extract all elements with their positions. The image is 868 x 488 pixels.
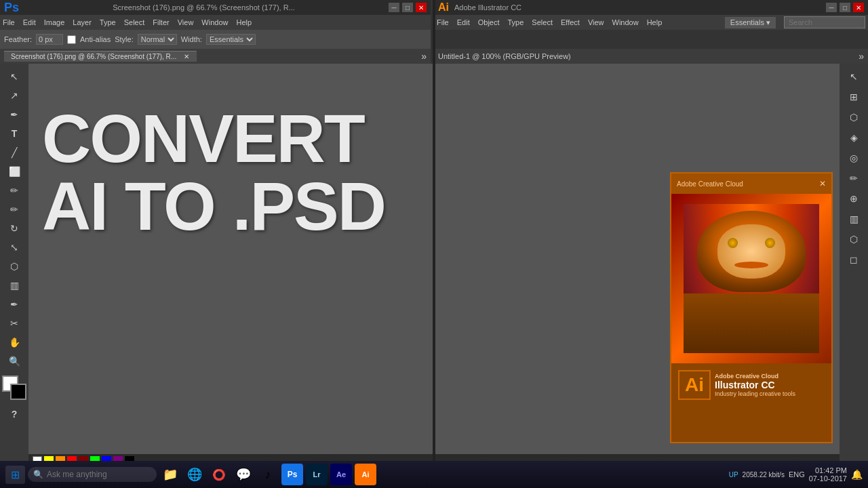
notification-icon[interactable]: 🔔 — [851, 469, 863, 480]
ai-background-color[interactable] — [10, 384, 26, 400]
ai-lion-artwork — [671, 194, 831, 363]
ai-tool-line[interactable]: ╱ — [4, 144, 24, 161]
lion-eye-left — [728, 238, 738, 248]
network-arrow-icon: UP — [729, 471, 738, 479]
taskbar-whatsapp[interactable]: 💬 — [233, 464, 254, 485]
width-label: Width: — [181, 35, 202, 43]
taskbar-system-tray: UP 2058.22 kbit/s ENG 01:42 PM 07-10-201… — [729, 466, 863, 483]
menu-edit[interactable]: Edit — [23, 18, 36, 26]
ai-splash-close[interactable]: ✕ — [819, 179, 826, 188]
taskbar-edge[interactable]: 🌐 — [184, 464, 205, 485]
ai-cloud-label: Adobe Creative Cloud — [715, 373, 795, 380]
ai-search-input[interactable] — [784, 16, 865, 28]
ai-right-pathfinder-icon[interactable]: ◈ — [844, 129, 864, 146]
ps-window-title: Screenshot (176).png @ 66.7% (Screenshot… — [19, 3, 389, 12]
lion-nose — [734, 262, 768, 268]
ai-window-controls[interactable]: ─ □ ✕ — [826, 3, 864, 12]
ai-menu-effect[interactable]: Effect — [561, 18, 580, 26]
maximize-button[interactable]: □ — [402, 3, 413, 12]
ai-menu-object[interactable]: Object — [478, 18, 500, 26]
ai-menu-type[interactable]: Type — [508, 18, 524, 26]
ai-right-transform-icon[interactable]: ⬡ — [844, 108, 864, 126]
ai-menu-help[interactable]: Help — [647, 18, 663, 26]
anti-alias-checkbox[interactable] — [67, 35, 76, 44]
ai-tool-eyedropper[interactable]: ✒ — [4, 296, 24, 313]
taskbar-ps-icon[interactable]: Ps — [281, 464, 303, 485]
ai-tool-zoom[interactable]: 🔍 — [4, 352, 24, 370]
ai-menu-select[interactable]: Select — [532, 18, 553, 26]
ai-minimize-button[interactable]: ─ — [826, 3, 837, 12]
ai-right-appearance-icon[interactable]: ◎ — [844, 149, 864, 167]
ai-menu-view[interactable]: View — [588, 18, 604, 26]
taskbar-search-input[interactable] — [28, 467, 157, 482]
ai-tool-slice[interactable]: ✂ — [4, 314, 24, 332]
ai-tool-pencil[interactable]: ✏ — [4, 201, 24, 218]
ai-tool-paintbrush[interactable]: ✏ — [4, 182, 24, 199]
ai-tool-rotate[interactable]: ↻ — [4, 220, 24, 237]
ai-left-toolbar: ↖ ↗ ✒ T ╱ ⬜ ✏ ✏ ↻ ⤡ ⬡ ▥ ✒ ✂ ✋ 🔍 ? — [0, 64, 28, 468]
ai-tool-pen[interactable]: ✒ — [4, 106, 24, 123]
ai-right-brush-icon[interactable]: ✏ — [844, 169, 864, 187]
language-indicator: ENG — [789, 470, 805, 479]
ai-tool-scale[interactable]: ⤡ — [4, 239, 24, 256]
panel-toggle-icon[interactable]: » — [421, 51, 427, 62]
menu-window[interactable]: Window — [201, 18, 228, 26]
ai-menu-bar: File Edit Object Type Select Effect View… — [434, 15, 868, 30]
ai-splash-card: Adobe Creative Cloud ✕ Ai Adobe Creative… — [670, 172, 833, 443]
menu-layer[interactable]: Layer — [73, 18, 92, 26]
style-select[interactable]: Normal — [138, 34, 177, 45]
ai-right-graphic-icon[interactable]: ▥ — [844, 210, 864, 228]
taskbar-file-explorer[interactable]: 📁 — [159, 464, 181, 485]
menu-select[interactable]: Select — [124, 18, 145, 26]
taskbar-ai-icon[interactable]: Ai — [355, 464, 376, 485]
menu-image[interactable]: Image — [44, 18, 65, 26]
ai-tool-hand[interactable]: ✋ — [4, 333, 24, 351]
ps-doc-tab-item[interactable]: Screenshot (176).png @ 66.7% (Screenshot… — [4, 51, 197, 62]
ai-maximize-button[interactable]: □ — [840, 3, 850, 12]
ai-close-button[interactable]: ✕ — [853, 3, 864, 12]
ps-title-bar: Ps Screenshot (176).png @ 66.7% (Screens… — [0, 0, 431, 15]
ai-panel-toggle[interactable]: » — [859, 51, 864, 62]
width-select[interactable]: Essentials — [206, 34, 256, 45]
feather-input[interactable] — [36, 34, 63, 45]
ai-splash-header: Adobe Creative Cloud ✕ — [671, 174, 831, 194]
close-button[interactable]: ✕ — [416, 3, 427, 12]
ai-question-mark[interactable]: ? — [4, 405, 24, 423]
taskbar-chrome[interactable]: ⭕ — [208, 464, 230, 485]
ai-essentials[interactable]: Essentials ▾ — [725, 17, 776, 28]
menu-view[interactable]: View — [178, 18, 194, 26]
ai-right-align-icon[interactable]: ⊞ — [844, 88, 864, 106]
taskbar-search-icon: 🔍 — [33, 470, 43, 479]
ai-tool-type[interactable]: T — [4, 125, 24, 142]
menu-file[interactable]: File — [3, 18, 15, 26]
taskbar-ae-icon[interactable]: Ae — [330, 464, 352, 485]
network-speed: 2058.22 kbit/s — [743, 471, 785, 479]
ai-right-stroke-icon[interactable]: ◻ — [844, 251, 864, 268]
ai-doc-tab-label: Untitled-1 @ 100% (RGB/GPU Preview) — [438, 52, 571, 60]
taskbar-music[interactable]: ♪ — [257, 464, 279, 485]
ps-menu-bar: File Edit Image Layer Type Select Filter… — [0, 15, 431, 30]
ai-menu-edit[interactable]: Edit — [457, 18, 470, 26]
ai-fg-bg-colors[interactable] — [2, 375, 26, 400]
windows-logo-icon: ⊞ — [11, 468, 20, 481]
menu-filter[interactable]: Filter — [153, 18, 169, 26]
taskbar-lr-icon[interactable]: Lr — [306, 464, 328, 485]
ai-tool-select[interactable]: ↖ — [4, 68, 24, 85]
ai-menu-window[interactable]: Window — [612, 18, 639, 26]
ai-right-select-icon[interactable]: ↖ — [844, 68, 864, 85]
ai-title-bar: Ai Adobe Illustrator CC ─ □ ✕ — [434, 0, 868, 15]
close-doc-icon[interactable]: ✕ — [184, 53, 189, 60]
start-button[interactable]: ⊞ — [5, 466, 25, 484]
ps-window-controls[interactable]: ─ □ ✕ — [389, 3, 427, 12]
minimize-button[interactable]: ─ — [389, 3, 399, 12]
feather-label: Feather: — [4, 35, 32, 43]
menu-help[interactable]: Help — [236, 18, 252, 26]
ai-tool-rect[interactable]: ⬜ — [4, 163, 24, 180]
ai-right-color-icon[interactable]: ⬡ — [844, 230, 864, 248]
ai-right-symbol-icon[interactable]: ⊕ — [844, 190, 864, 207]
ai-tool-direct[interactable]: ↗ — [4, 87, 24, 104]
ai-tool-blend[interactable]: ⬡ — [4, 258, 24, 275]
menu-type[interactable]: Type — [100, 18, 116, 26]
ai-menu-file[interactable]: File — [437, 18, 449, 26]
ai-tool-gradient[interactable]: ▥ — [4, 277, 24, 294]
